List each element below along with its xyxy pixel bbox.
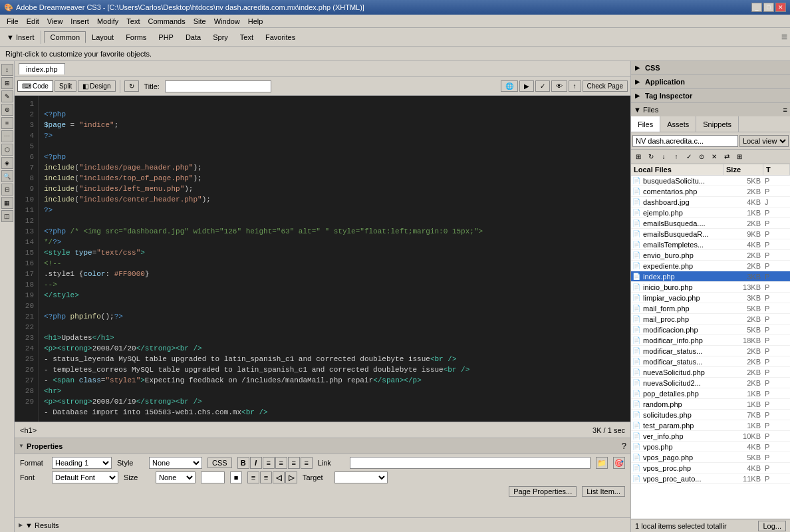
left-icon-2[interactable]: ⊞ (1, 77, 13, 89)
files-checkin-icon[interactable]: ⊙ (696, 151, 708, 163)
file-row[interactable]: 📄modificar_status...2KBP (631, 346, 790, 356)
page-properties-button[interactable]: Page Properties... (509, 486, 577, 497)
indent-more-button[interactable]: ▷ (285, 471, 297, 483)
file-row[interactable]: 📄busquedaSolicitu...5KBP (631, 176, 790, 186)
file-row[interactable]: 📄modificacion.php5KBP (631, 325, 790, 335)
files-tab-assets[interactable]: Assets (660, 116, 696, 132)
format-select[interactable]: Heading 1 (52, 457, 112, 469)
menu-commands[interactable]: Commands (144, 17, 189, 26)
application-header[interactable]: ▶ Application (631, 75, 790, 88)
ul-button[interactable]: ≡ (247, 471, 259, 483)
file-row[interactable]: 📄mail_proc.php2KBP (631, 314, 790, 325)
align-left-button[interactable]: ≡ (263, 457, 275, 469)
tab-favorites[interactable]: Favorites (259, 31, 301, 43)
link-browse-button[interactable]: 📁 (596, 457, 608, 469)
italic-button[interactable]: I (250, 457, 262, 469)
file-row[interactable]: 📄vpos_proc_auto...11KBP (631, 473, 790, 484)
tag-inspector-header[interactable]: ▶ Tag Inspector (631, 89, 790, 102)
files-options-icon[interactable]: ≡ (783, 106, 787, 114)
title-input[interactable] (165, 80, 271, 92)
files-stop-icon[interactable]: ✕ (708, 151, 720, 163)
files-put-icon[interactable]: ↑ (670, 151, 682, 163)
properties-help-icon[interactable]: ? (622, 441, 626, 451)
file-row[interactable]: 📄nuevaSolicitud.php2KBP (631, 367, 790, 378)
tab-common[interactable]: Common (44, 31, 86, 43)
check-page-button[interactable]: Check Page (583, 80, 628, 92)
file-row[interactable]: 📄vpos.php4KBP (631, 442, 790, 452)
file-row[interactable]: 📄mail_form.php5KBP (631, 303, 790, 314)
file-row[interactable]: 📄test_param.php1KBP (631, 420, 790, 431)
size-select[interactable]: None (156, 471, 196, 483)
file-row[interactable]: 📄random.php1KBP (631, 399, 790, 410)
file-row[interactable]: 📄emailsBusqueda....2KBP (631, 218, 790, 229)
css-button[interactable]: CSS (207, 458, 232, 468)
color-swatch[interactable]: ■ (230, 471, 242, 483)
file-row[interactable]: 📄nuevaSolicitud2...2KBP (631, 378, 790, 388)
close-button[interactable]: ✕ (775, 3, 786, 12)
tab-forms[interactable]: Forms (120, 31, 152, 43)
files-get-icon[interactable]: ↓ (658, 151, 670, 163)
align-right-button[interactable]: ≡ (288, 457, 300, 469)
file-row[interactable]: 📄solicitudes.php7KBP (631, 410, 790, 420)
live-view-button[interactable]: ▶ (519, 80, 534, 92)
log-button[interactable]: Log... (758, 521, 786, 531)
file-row[interactable]: 📄comentarios.php2KBP (631, 186, 790, 197)
menu-window[interactable]: Window (210, 17, 244, 26)
left-icon-11[interactable]: ▦ (1, 197, 13, 209)
file-row[interactable]: 📄vpos_pago.php5KBP (631, 452, 790, 463)
minimize-button[interactable]: _ (751, 3, 762, 12)
file-row[interactable]: 📄emailsBusquedaR...9KBP (631, 229, 790, 239)
code-view-button[interactable]: ⌨ Code (17, 80, 53, 92)
file-row[interactable]: 📄inicio_buro.php13KBP (631, 282, 790, 293)
size-input[interactable] (201, 471, 225, 483)
file-row[interactable]: 📄pop_detalles.php1KBP (631, 388, 790, 399)
tab-text[interactable]: Text (234, 31, 259, 43)
files-tab-snippets[interactable]: Snippets (696, 116, 739, 132)
indent-less-button[interactable]: ◁ (273, 471, 285, 483)
upload-button[interactable]: ↑ (569, 80, 581, 92)
link-input[interactable] (350, 457, 591, 469)
file-row[interactable]: 📄index.php3KBP (631, 271, 790, 282)
left-icon-1[interactable]: ↕ (1, 64, 13, 76)
maximize-button[interactable]: □ (763, 3, 774, 12)
files-sync-icon[interactable]: ⇄ (721, 151, 733, 163)
toolbar-options-icon[interactable]: ≡ (781, 31, 787, 43)
editor-tab-index[interactable]: index.php (19, 63, 65, 74)
left-icon-9[interactable]: 🔍 (1, 170, 13, 182)
left-icon-12[interactable]: ◫ (1, 210, 13, 222)
tab-spry[interactable]: Spry (207, 31, 234, 43)
properties-expand-icon[interactable]: ▼ (19, 443, 24, 449)
menu-site[interactable]: Site (190, 17, 210, 26)
ol-button[interactable]: ≡ (260, 471, 272, 483)
validate-button[interactable]: ✓ (535, 80, 550, 92)
file-row[interactable]: 📄vpos_proc.php4KBP (631, 463, 790, 473)
menu-view[interactable]: View (43, 17, 67, 26)
files-checkout-icon[interactable]: ✓ (683, 151, 695, 163)
file-row[interactable]: 📄expediente.php2KBP (631, 261, 790, 271)
results-expand-icon[interactable]: ▶ (19, 522, 23, 528)
target-select[interactable] (334, 471, 388, 483)
menu-help[interactable]: Help (244, 17, 267, 26)
file-row[interactable]: 📄dashboard.jpg4KBJ (631, 197, 790, 207)
align-center-button[interactable]: ≡ (275, 457, 287, 469)
code-content[interactable]: <?php $page = "indice"; ?> <?php include… (39, 96, 630, 422)
left-icon-8[interactable]: ◈ (1, 157, 13, 169)
file-row[interactable]: 📄limpiar_vacio.php3KBP (631, 293, 790, 303)
files-refresh-icon[interactable]: ↻ (645, 151, 657, 163)
tab-data[interactable]: Data (180, 31, 207, 43)
tab-layout[interactable]: Layout (86, 31, 120, 43)
menu-edit[interactable]: Edit (23, 17, 43, 26)
file-row[interactable]: 📄envio_buro.php2KBP (631, 250, 790, 261)
align-justify-button[interactable]: ≡ (301, 457, 313, 469)
split-view-button[interactable]: Split (55, 80, 76, 92)
font-select[interactable]: Default Font (52, 471, 118, 483)
menu-file[interactable]: File (3, 17, 23, 26)
left-icon-5[interactable]: ≡ (1, 117, 13, 129)
files-tab-files[interactable]: Files (631, 116, 660, 132)
list-item-button[interactable]: List Item... (582, 486, 625, 497)
file-row[interactable]: 📄ver_info.php10KBP (631, 431, 790, 442)
files-expand-icon[interactable]: ⊞ (733, 151, 745, 163)
bold-button[interactable]: B (237, 457, 249, 469)
design-view-button[interactable]: ◧ Design (78, 80, 115, 92)
tab-php[interactable]: PHP (152, 31, 180, 43)
